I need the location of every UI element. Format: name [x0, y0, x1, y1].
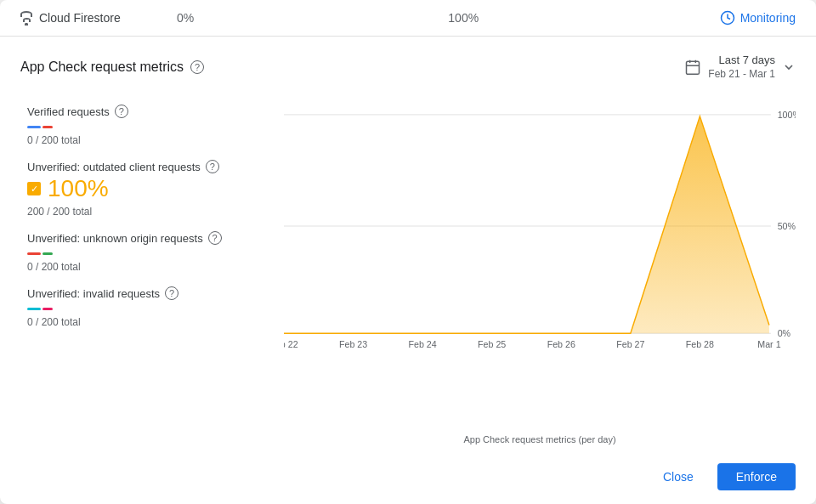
metrics-header: App Check request metrics ? Last 7 days … [20, 54, 796, 81]
dialog: Cloud Firestore 0% 100% Monitoring App C… [0, 0, 816, 504]
pct-0: 0% [177, 11, 428, 25]
metric-big-outdated: 100% [27, 175, 284, 202]
calendar-icon [684, 59, 701, 76]
chart-fill-orange [284, 116, 769, 333]
unknown-count: 0 / 200 total [27, 261, 284, 273]
chart-panel: 100% 50% 0% [284, 94, 796, 446]
firestore-icon [20, 11, 32, 25]
verified-line-blue [27, 126, 41, 128]
unknown-line-green [42, 252, 53, 255]
svg-text:Feb 24: Feb 24 [409, 339, 437, 349]
enforce-button[interactable]: Enforce [717, 463, 796, 490]
metric-unverified-invalid: Unverified: invalid requests ? 0 / 200 t… [20, 280, 284, 335]
date-range-sub: Feb 21 - Mar 1 [708, 68, 775, 82]
metric-unknown-label: Unverified: unknown origin requests ? [27, 231, 284, 245]
pct-100: 100% [448, 11, 699, 25]
monitoring-label: Monitoring [740, 11, 796, 25]
unknown-line-red [27, 252, 41, 255]
chart-x-label: App Check request metrics (per day) [284, 431, 796, 446]
chevron-down-icon [782, 60, 796, 74]
top-bar: Cloud Firestore 0% 100% Monitoring [0, 0, 816, 37]
outdated-big-value: 100% [48, 175, 109, 202]
metrics-title: App Check request metrics [20, 59, 184, 75]
metric-unverified-unknown: Unverified: unknown origin requests ? 0 … [20, 224, 284, 280]
metric-verified-label: Verified requests ? [27, 105, 284, 118]
metric-unverified-outdated: Unverified: outdated client requests ? 1… [20, 153, 284, 224]
svg-text:Feb 27: Feb 27 [616, 339, 644, 349]
svg-text:Feb 28: Feb 28 [686, 339, 714, 349]
outdated-help-icon[interactable]: ? [206, 160, 219, 173]
main-content: App Check request metrics ? Last 7 days … [0, 37, 816, 453]
checkbox-orange [27, 182, 41, 195]
verified-help-icon[interactable]: ? [115, 105, 128, 118]
verified-count: 0 / 200 total [27, 134, 284, 146]
metric-verified: Verified requests ? 0 / 200 total [20, 98, 284, 153]
metrics-panel: Verified requests ? 0 / 200 total Unveri… [20, 94, 284, 446]
svg-text:50%: 50% [778, 221, 796, 231]
invalid-line-pink [42, 308, 53, 310]
metric-invalid-label: Unverified: invalid requests ? [27, 286, 284, 300]
svg-text:Feb 25: Feb 25 [478, 339, 506, 349]
outdated-count: 200 / 200 total [27, 206, 284, 218]
service-label: Cloud Firestore [20, 11, 156, 25]
svg-text:0%: 0% [778, 329, 791, 339]
invalid-count: 0 / 200 total [27, 316, 284, 328]
chart-svg: 100% 50% 0% [284, 94, 796, 358]
date-range-selector[interactable]: Last 7 days Feb 21 - Mar 1 [684, 54, 796, 81]
svg-text:Feb 23: Feb 23 [339, 339, 367, 349]
svg-text:Feb 22: Feb 22 [284, 339, 298, 349]
date-range-text: Last 7 days Feb 21 - Mar 1 [708, 54, 775, 81]
date-range-label: Last 7 days [719, 54, 776, 68]
metrics-help-icon[interactable]: ? [190, 60, 204, 74]
invalid-line-cyan [27, 308, 41, 310]
clock-icon [720, 10, 735, 25]
chart-svg-container: 100% 50% 0% [284, 94, 796, 431]
monitoring-link[interactable]: Monitoring [720, 10, 796, 25]
close-button[interactable]: Close [649, 463, 707, 490]
unknown-help-icon[interactable]: ? [208, 231, 222, 245]
bottom-bar: Close Enforce [0, 453, 816, 504]
svg-text:100%: 100% [778, 110, 796, 120]
metric-outdated-label: Unverified: outdated client requests ? [27, 160, 284, 173]
svg-text:Mar 1: Mar 1 [757, 339, 780, 349]
invalid-help-icon[interactable]: ? [165, 286, 178, 300]
svg-rect-1 [687, 62, 700, 75]
service-name: Cloud Firestore [39, 11, 121, 25]
metrics-title-container: App Check request metrics ? [20, 59, 204, 75]
svg-text:Feb 26: Feb 26 [547, 339, 575, 349]
verified-line-red [42, 126, 53, 128]
chart-area: Verified requests ? 0 / 200 total Unveri… [20, 94, 796, 446]
